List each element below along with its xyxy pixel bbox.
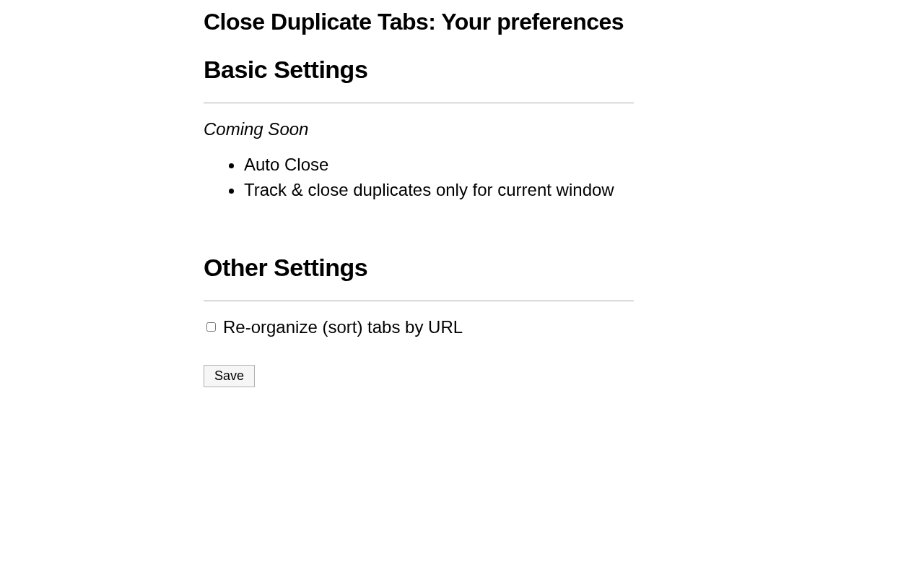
reorganize-checkbox[interactable]: [206, 322, 216, 332]
basic-settings-heading: Basic Settings: [204, 56, 650, 84]
reorganize-label[interactable]: Re-organize (sort) tabs by URL: [223, 317, 463, 337]
other-settings-section: Other Settings Re-organize (sort) tabs b…: [204, 254, 650, 387]
basic-settings-section: Basic Settings Coming Soon Auto Close Tr…: [204, 56, 650, 203]
save-button[interactable]: Save: [204, 365, 255, 387]
page-title: Close Duplicate Tabs: Your preferences: [204, 9, 650, 35]
feature-list: Auto Close Track & close duplicates only…: [204, 152, 650, 203]
list-item: Auto Close: [244, 152, 650, 178]
other-settings-heading: Other Settings: [204, 254, 650, 282]
list-item: Track & close duplicates only for curren…: [244, 178, 650, 203]
divider: [204, 103, 634, 103]
coming-soon-label: Coming Soon: [204, 119, 650, 139]
reorganize-option-row: Re-organize (sort) tabs by URL: [206, 317, 650, 337]
divider: [204, 301, 634, 301]
